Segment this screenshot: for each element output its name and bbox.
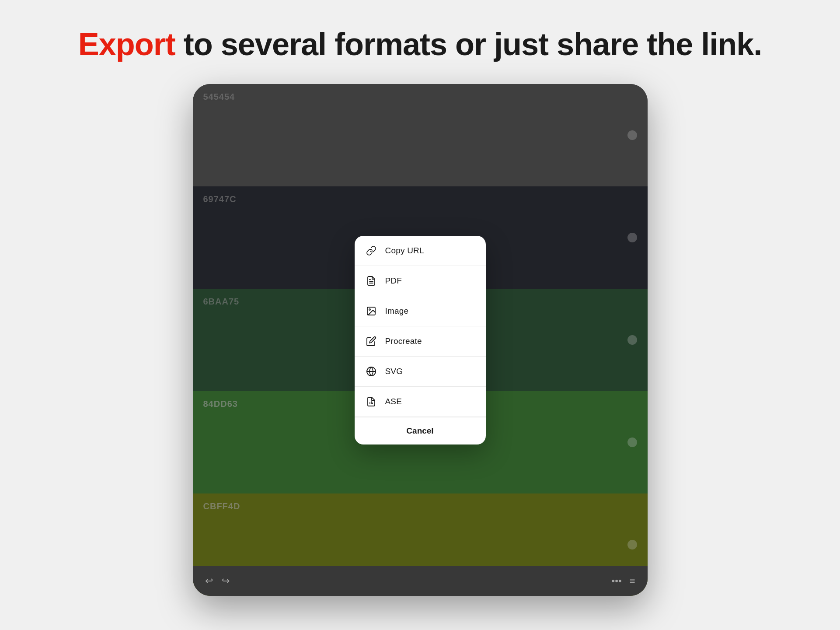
cancel-label: Cancel — [406, 426, 433, 435]
export-ase-button[interactable]: ASE — [355, 387, 486, 417]
copy-url-icon — [365, 245, 377, 257]
page-headline: Export to several formats or just share … — [78, 26, 762, 62]
svg-icon — [365, 365, 377, 378]
image-label: Image — [385, 306, 409, 316]
palette-container: 545454 69747C 6BAA75 84DD63 CBFF4D ↩ ↪ •… — [193, 84, 648, 596]
export-action-sheet: Copy URL PDF — [355, 236, 486, 444]
pdf-icon — [365, 275, 377, 287]
image-icon — [365, 305, 377, 317]
pdf-label: PDF — [385, 276, 402, 286]
cancel-button[interactable]: Cancel — [355, 417, 486, 444]
headline-export-word: Export — [78, 27, 175, 62]
export-procreate-button[interactable]: Procreate — [355, 326, 486, 357]
export-pdf-button[interactable]: PDF — [355, 266, 486, 296]
svg-label: SVG — [385, 367, 403, 376]
ase-label: ASE — [385, 397, 402, 406]
export-image-button[interactable]: Image — [355, 296, 486, 326]
headline-rest: to several formats or just share the lin… — [175, 27, 762, 62]
export-svg-button[interactable]: SVG — [355, 357, 486, 387]
svg-point-3 — [369, 309, 370, 310]
procreate-label: Procreate — [385, 336, 422, 346]
export-copy-url-button[interactable]: Copy URL — [355, 236, 486, 266]
modal-overlay[interactable]: Copy URL PDF — [193, 84, 648, 596]
tablet-frame: 545454 69747C 6BAA75 84DD63 CBFF4D ↩ ↪ •… — [193, 84, 648, 596]
ase-icon — [365, 396, 377, 408]
copy-url-label: Copy URL — [385, 246, 424, 256]
procreate-icon — [365, 335, 377, 347]
